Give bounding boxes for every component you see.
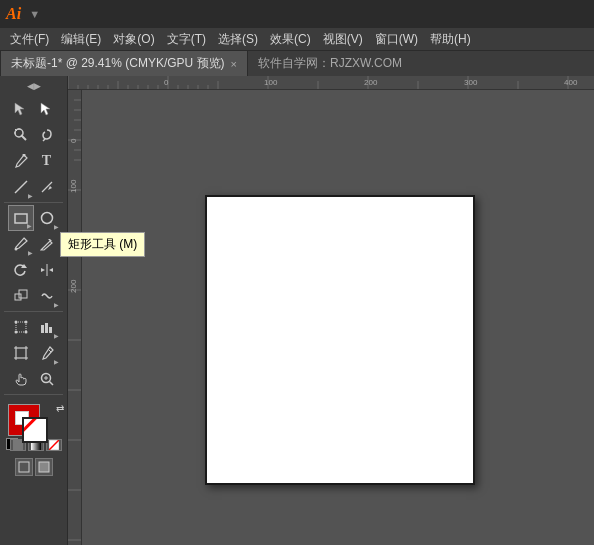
tabs-bar: 未标题-1* @ 29.41% (CMYK/GPU 预览) × 软件自学网：RJ… bbox=[0, 50, 594, 76]
svg-rect-25 bbox=[45, 323, 48, 333]
workspace-row: 0 100 200 bbox=[68, 90, 594, 545]
lasso-tool[interactable] bbox=[34, 122, 60, 148]
eyedropper-tool[interactable]: ▶ bbox=[34, 340, 60, 366]
svg-text:200: 200 bbox=[364, 78, 378, 87]
direct-select-tool[interactable] bbox=[34, 96, 60, 122]
svg-point-22 bbox=[14, 331, 17, 334]
tab-active-label: 未标题-1* @ 29.41% (CMYK/GPU 预览) bbox=[11, 55, 225, 72]
svg-marker-16 bbox=[49, 268, 53, 272]
canvas-document bbox=[205, 195, 475, 485]
rectangle-tool[interactable]: ▶ bbox=[8, 205, 34, 231]
ruler-left: 0 100 200 bbox=[68, 90, 82, 545]
app-logo: Ai bbox=[6, 5, 21, 23]
menu-select[interactable]: 选择(S) bbox=[212, 29, 264, 50]
select-tool[interactable] bbox=[8, 96, 34, 122]
svg-point-20 bbox=[14, 321, 17, 324]
menu-bar: 文件(F) 编辑(E) 对象(O) 文字(T) 选择(S) 效果(C) 视图(V… bbox=[0, 28, 594, 50]
add-anchor-tool[interactable] bbox=[34, 174, 60, 200]
tab-inactive[interactable]: 软件自学网：RJZXW.COM bbox=[248, 51, 412, 76]
svg-point-21 bbox=[24, 321, 27, 324]
svg-rect-27 bbox=[16, 348, 26, 358]
column-graph-tool[interactable]: ▶ bbox=[34, 314, 60, 340]
left-toolbar: ◀▶ T bbox=[0, 76, 68, 545]
svg-rect-47 bbox=[68, 76, 594, 89]
svg-rect-17 bbox=[15, 294, 21, 300]
svg-text:100: 100 bbox=[264, 78, 278, 87]
hand-tool[interactable] bbox=[8, 366, 34, 392]
normal-view-btn[interactable] bbox=[15, 458, 33, 476]
paintbrush-tool[interactable]: ▶ bbox=[8, 231, 34, 257]
tab-close-button[interactable]: × bbox=[231, 58, 237, 70]
svg-point-23 bbox=[24, 331, 27, 334]
svg-text:300: 300 bbox=[464, 78, 478, 87]
stroke-swatch[interactable] bbox=[22, 417, 48, 443]
svg-line-7 bbox=[43, 139, 45, 141]
svg-point-11 bbox=[41, 213, 52, 224]
title-bar-arrow: ▼ bbox=[29, 8, 40, 20]
svg-text:0: 0 bbox=[69, 138, 78, 143]
menu-object[interactable]: 对象(O) bbox=[107, 29, 160, 50]
magic-wand-tool[interactable] bbox=[8, 122, 34, 148]
svg-text:400: 400 bbox=[564, 78, 578, 87]
workspace: 0 100 200 300 400 0 100 200 bbox=[68, 76, 594, 545]
svg-marker-1 bbox=[41, 103, 50, 115]
scale-tool[interactable] bbox=[8, 283, 34, 309]
title-bar: Ai ▼ bbox=[0, 0, 594, 28]
free-transform-tool[interactable] bbox=[8, 314, 34, 340]
rotate-tool[interactable] bbox=[8, 257, 34, 283]
menu-text[interactable]: 文字(T) bbox=[161, 29, 212, 50]
svg-text:0: 0 bbox=[164, 78, 169, 87]
svg-point-12 bbox=[14, 248, 17, 251]
zoom-tool[interactable] bbox=[34, 366, 60, 392]
svg-rect-24 bbox=[41, 325, 44, 333]
menu-effect[interactable]: 效果(C) bbox=[264, 29, 317, 50]
svg-text:200: 200 bbox=[69, 279, 78, 293]
swap-colors-icon[interactable]: ⇄ bbox=[56, 403, 64, 414]
svg-marker-0 bbox=[15, 103, 24, 115]
menu-file[interactable]: 文件(F) bbox=[4, 29, 55, 50]
main-area: ◀▶ T bbox=[0, 76, 594, 545]
svg-rect-45 bbox=[19, 462, 29, 472]
toolbar-arrows: ◀▶ bbox=[0, 78, 67, 94]
artboard-tool[interactable] bbox=[8, 340, 34, 366]
svg-rect-46 bbox=[39, 462, 49, 472]
pen-tool[interactable] bbox=[8, 148, 34, 174]
menu-window[interactable]: 窗口(W) bbox=[369, 29, 424, 50]
svg-rect-19 bbox=[16, 322, 26, 332]
warp-tool[interactable]: ▶ bbox=[34, 283, 60, 309]
svg-text:100: 100 bbox=[69, 179, 78, 193]
menu-help[interactable]: 帮助(H) bbox=[424, 29, 477, 50]
type-tool[interactable]: T bbox=[34, 148, 60, 174]
svg-line-38 bbox=[49, 382, 53, 386]
line-segment-tool[interactable]: ▶ bbox=[8, 174, 34, 200]
ruler-top: 0 100 200 300 400 bbox=[68, 76, 594, 90]
svg-rect-76 bbox=[68, 90, 82, 545]
canvas-area[interactable] bbox=[82, 90, 594, 545]
menu-view[interactable]: 视图(V) bbox=[317, 29, 369, 50]
color-mode-none[interactable] bbox=[46, 439, 62, 451]
reflect-tool[interactable] bbox=[34, 257, 60, 283]
menu-edit[interactable]: 编辑(E) bbox=[55, 29, 107, 50]
svg-line-9 bbox=[15, 181, 27, 193]
pencil-tool[interactable] bbox=[34, 231, 60, 257]
tab-inactive-label: 软件自学网：RJZXW.COM bbox=[258, 55, 402, 72]
svg-rect-10 bbox=[15, 214, 27, 223]
change-screen-mode-btn[interactable] bbox=[35, 458, 53, 476]
svg-line-36 bbox=[48, 349, 51, 352]
rounded-rectangle-tool[interactable]: ▶ bbox=[34, 205, 60, 231]
svg-marker-15 bbox=[41, 268, 45, 272]
svg-rect-26 bbox=[49, 327, 52, 333]
tab-active[interactable]: 未标题-1* @ 29.41% (CMYK/GPU 预览) × bbox=[0, 51, 248, 76]
